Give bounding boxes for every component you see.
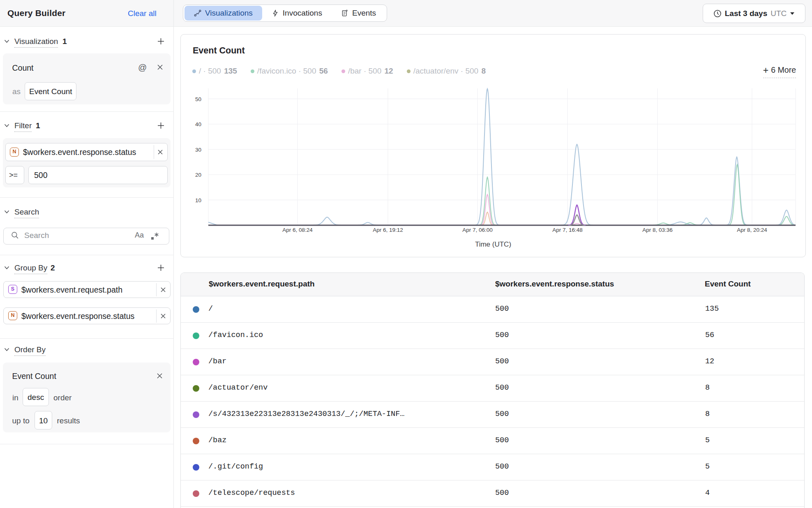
- svg-text:Apr 6, 08:24: Apr 6, 08:24: [282, 227, 313, 233]
- svg-text:20: 20: [195, 172, 201, 178]
- svg-text:Apr 8, 03:36: Apr 8, 03:36: [642, 227, 673, 233]
- svg-text:50: 50: [195, 96, 201, 102]
- svg-text:Apr 6, 19:12: Apr 6, 19:12: [373, 227, 403, 233]
- svg-text:Apr 7, 16:48: Apr 7, 16:48: [552, 227, 583, 233]
- svg-text:Apr 7, 06:00: Apr 7, 06:00: [462, 227, 493, 233]
- svg-text:10: 10: [195, 197, 201, 203]
- svg-text:40: 40: [195, 121, 201, 127]
- svg-text:Apr 8, 20:24: Apr 8, 20:24: [737, 227, 767, 233]
- svg-text:Time (UTC): Time (UTC): [475, 240, 511, 248]
- svg-text:30: 30: [195, 147, 201, 153]
